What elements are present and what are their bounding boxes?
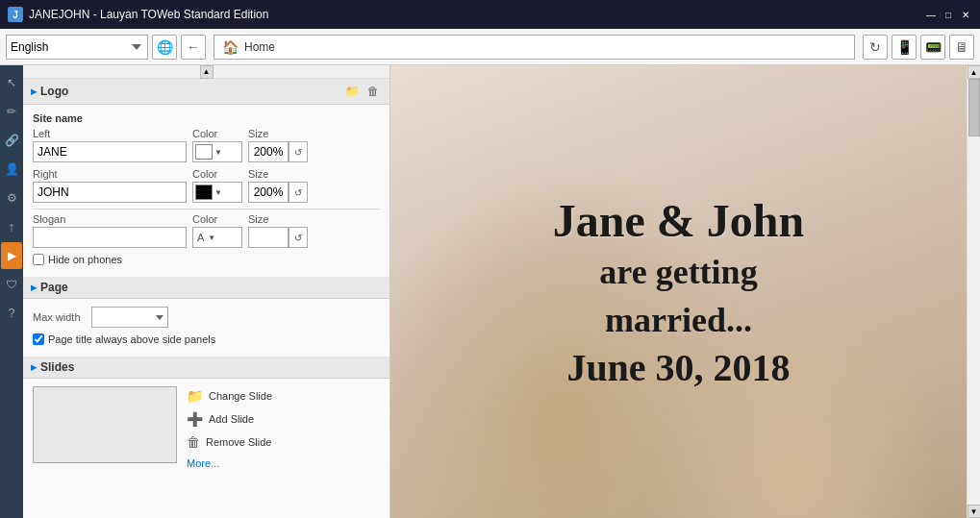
left-color-select[interactable]: ▼ [192,141,242,162]
pointer-icon[interactable]: ↖ [1,69,22,96]
logo-section-header[interactable]: ▶ Logo 📁 🗑 [23,79,389,105]
right-size-label: Size [248,168,308,180]
home-icon: 🏠 [222,39,239,55]
person-icon[interactable]: 👤 [1,156,22,183]
left-field-label: Left [33,128,187,139]
remove-slide-icon: 🗑 [187,434,200,450]
close-button[interactable]: ✕ [959,8,972,21]
link-icon[interactable]: 🔗 [1,127,22,154]
right-field-row: Right Color ▼ Size ↺ [33,168,380,203]
gear-icon[interactable]: ⚙ [1,185,22,211]
left-color-box [195,144,213,160]
right-color-label: Color [192,168,242,180]
left-color-label: Color [192,128,242,139]
add-slide-icon: ➕ [187,411,203,427]
change-slide-button[interactable]: 📁 Change Slide [187,386,380,406]
right-color-select[interactable]: ▼ [192,182,242,203]
toolbar: English French German Spanish 🌐 ← 🏠 Home… [0,29,980,65]
change-slide-icon: 📁 [187,388,203,404]
slogan-color-select[interactable]: A ▼ [192,227,242,248]
globe-button[interactable]: 🌐 [152,35,177,60]
left-field-row: Left Color ▼ Size ↺ [33,128,380,162]
left-size-label: Size [248,128,308,139]
slogan-field-label: Slogan [33,213,187,225]
right-scrollbar[interactable]: ▲ ▼ [967,65,980,518]
slides-section-header[interactable]: ▶ Slides [23,357,389,379]
slogan-color-label: Color [192,213,242,225]
slogan-field-row: Slogan Color A ▼ Size ↺ [33,213,380,248]
scroll-up-button[interactable]: ▲ [967,65,981,79]
shield-icon[interactable]: 🛡 [1,271,22,298]
right-size-reset-button[interactable]: ↺ [289,182,308,203]
right-text-input[interactable] [33,182,187,203]
tablet-view-button[interactable]: 📟 [920,35,945,60]
page-title-always-row: Page title always above side panels [33,333,380,345]
logo-folder-icon[interactable]: 📁 [343,83,361,100]
minimize-button[interactable]: — [924,8,938,21]
address-bar: 🏠 Home [214,35,855,60]
logo-form: Site name Left Color ▼ Size [23,105,389,277]
left-size-input[interactable] [248,141,289,162]
slides-container: 📁 Change Slide ➕ Add Slide 🗑 Remove Slid… [23,379,389,478]
scroll-thumb[interactable] [968,79,980,136]
right-color-arrow-icon: ▼ [214,188,222,197]
scroll-up-button[interactable]: ▲ [200,65,214,79]
slides-section-title: Slides [40,360,74,374]
edit-icon[interactable]: ✏ [1,98,22,125]
wedding-subtitle: are getting married... [535,248,823,345]
sidebar-icons: ↖ ✏ 🔗 👤 ⚙ ↑ ▶ 🛡 ? [0,65,23,518]
title-bar: J JANEJOHN - Lauyan TOWeb Standard Editi… [0,0,980,29]
back-button[interactable]: ← [181,35,206,60]
slogan-color-arrow-icon: ▼ [208,234,215,242]
desktop-view-button[interactable]: 🖥 [949,35,974,60]
add-slide-button[interactable]: ➕ Add Slide [187,409,380,429]
play-icon[interactable]: ▶ [1,242,22,269]
max-width-row: Max width 800px 960px 1200px Full width [33,307,380,328]
right-size-input[interactable] [248,182,289,203]
more-link[interactable]: More... [187,457,219,469]
scroll-track[interactable] [967,79,981,505]
divider-1 [33,209,380,210]
right-color-box [195,185,213,200]
wedding-text-overlay: Jane & John are getting married... June … [535,193,823,390]
page-form: Max width 800px 960px 1200px Full width … [23,299,389,357]
upload-icon[interactable]: ↑ [1,213,22,240]
refresh-button[interactable]: ↻ [863,35,888,60]
hide-on-phones-checkbox[interactable] [33,254,44,265]
app-icon: J [8,7,23,22]
wedding-title: Jane & John [535,193,823,249]
remove-slide-label: Remove Slide [206,436,271,448]
change-slide-label: Change Slide [209,390,272,402]
remove-slide-button[interactable]: 🗑 Remove Slide [187,432,380,452]
slogan-color-a: A [195,232,206,243]
max-width-select[interactable]: 800px 960px 1200px Full width [91,307,168,328]
slogan-size-reset-button[interactable]: ↺ [289,227,308,248]
maximize-button[interactable]: □ [942,8,955,21]
slogan-size-label: Size [248,213,308,225]
slide-actions: 📁 Change Slide ➕ Add Slide 🗑 Remove Slid… [187,386,380,452]
page-section-title: Page [40,281,68,294]
page-arrow-icon: ▶ [31,284,37,292]
left-text-input[interactable] [33,141,187,162]
slide-preview[interactable] [33,386,177,463]
language-select[interactable]: English French German Spanish [6,35,148,60]
hide-on-phones-row: Hide on phones [33,254,380,265]
question-icon[interactable]: ? [1,300,22,327]
left-size-reset-button[interactable]: ↺ [289,141,308,162]
content-area: Jane & John are getting married... June … [390,65,967,518]
page-title-always-checkbox[interactable] [33,333,44,345]
wedding-date: June 30, 2018 [535,345,823,390]
slides-arrow-icon: ▶ [31,363,37,372]
mobile-view-button[interactable]: 📱 [892,35,917,60]
slogan-text-input[interactable] [33,227,187,248]
properties-panel: ▲ ▶ Logo 📁 🗑 Site name Left Colo [23,65,390,518]
page-section-header[interactable]: ▶ Page [23,277,389,299]
wedding-background: Jane & John are getting married... June … [390,65,967,518]
scroll-down-button[interactable]: ▼ [967,505,981,518]
logo-delete-icon[interactable]: 🗑 [364,83,382,100]
app-title: JANEJOHN - Lauyan TOWeb Standard Edition [29,8,268,21]
logo-section-title: Logo [40,85,68,98]
nav-home-label: Home [244,40,275,54]
add-slide-label: Add Slide [209,413,254,425]
hide-on-phones-label: Hide on phones [48,254,122,265]
